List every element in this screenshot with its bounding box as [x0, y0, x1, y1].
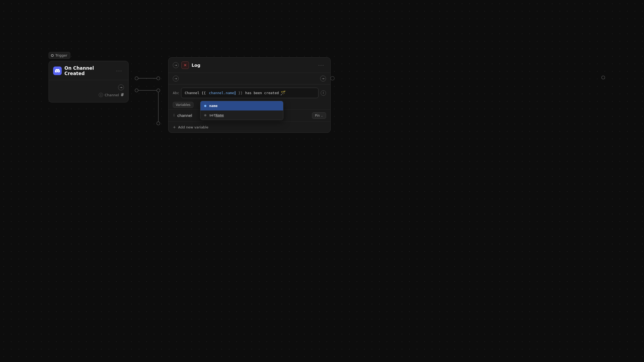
- log-input-arrow: →: [173, 76, 179, 82]
- trigger-node-header: On Channel Created ···: [49, 61, 128, 80]
- trigger-node-menu-button[interactable]: ···: [115, 68, 124, 74]
- trigger-channel-label: Channel: [105, 93, 119, 97]
- abc-label: Abc: [173, 91, 179, 95]
- pin-chevron-icon: ⌄: [321, 114, 323, 117]
- pin-selector[interactable]: Pin ⌄: [312, 112, 326, 119]
- variable-row-left: ⠿ channel: [173, 113, 192, 118]
- trigger-node-card: On Channel Created ··· → i Channel #: [49, 61, 129, 102]
- trigger-info-circle: i: [99, 93, 103, 97]
- log-node-header: → ✕ Log ···: [169, 58, 330, 73]
- trigger-node-output-row: →: [53, 83, 124, 91]
- trigger-badge-label: Trigger: [55, 53, 67, 57]
- trigger-node-title: On Channel Created: [64, 65, 115, 76]
- emoji-wand: 🪄: [280, 90, 286, 95]
- svg-point-4: [157, 89, 160, 92]
- log-input-row: Abc Channel {{ channel.name }} has been …: [173, 88, 326, 98]
- add-variable-row[interactable]: + Add new variable: [169, 121, 330, 132]
- autocomplete-label-name: name: [209, 104, 217, 108]
- autocomplete-label-setname: setName: [209, 113, 224, 117]
- trigger-node-body: → i Channel #: [49, 80, 128, 102]
- log-node-title: Log: [192, 63, 200, 68]
- trigger-node: Trigger On Channel Created ··· → i: [49, 52, 129, 102]
- svg-point-7: [331, 76, 334, 80]
- trigger-output-arrow: →: [118, 84, 124, 90]
- log-node-menu-button[interactable]: ···: [317, 62, 326, 69]
- add-variable-label: Add new variable: [178, 125, 208, 129]
- variables-badge: Variables: [173, 102, 193, 108]
- text-input-content: Channel {{ channel.name }} has been crea…: [185, 90, 315, 95]
- far-right-connector: [601, 76, 605, 79]
- trigger-node-header-left: On Channel Created: [53, 65, 115, 76]
- drag-handle[interactable]: ⠿: [173, 114, 175, 117]
- variable-name-label: channel: [177, 113, 192, 118]
- autocomplete-item-setname[interactable]: setName: [200, 110, 283, 120]
- input-text-space: [206, 91, 208, 95]
- autocomplete-item-name[interactable]: name: [200, 101, 283, 110]
- svg-point-1: [157, 77, 160, 80]
- log-sub-arrow-top: →: [173, 62, 179, 68]
- autocomplete-dot-setname: [204, 114, 206, 116]
- log-icon: ✕: [181, 61, 189, 69]
- pin-label: Pin: [315, 114, 320, 117]
- log-text-input[interactable]: Channel {{ channel.name }} has been crea…: [181, 88, 319, 98]
- svg-point-6: [157, 122, 160, 125]
- add-icon: +: [173, 125, 176, 129]
- input-text-space2: [236, 91, 238, 95]
- info-icon[interactable]: i: [321, 90, 326, 96]
- input-var-name: channel.name: [209, 91, 234, 95]
- input-text-before: Channel {{: [185, 91, 206, 95]
- svg-point-0: [135, 77, 138, 80]
- text-cursor: [235, 91, 235, 95]
- autocomplete-dropdown[interactable]: name setName: [200, 101, 283, 120]
- trigger-hash-icon: #: [120, 93, 124, 97]
- log-sub-header: → →: [169, 73, 330, 84]
- svg-point-3: [135, 89, 138, 92]
- trigger-badge-dot: [51, 54, 54, 57]
- input-text-template-close: }}: [238, 91, 243, 95]
- log-output-arrow: →: [320, 76, 326, 82]
- log-header-left: → ✕ Log: [173, 61, 200, 69]
- log-input-section: Abc Channel {{ channel.name }} has been …: [169, 84, 330, 99]
- autocomplete-dot-name: [204, 105, 206, 107]
- log-node: → ✕ Log ··· → → Abc Channel {{ channel.n…: [168, 57, 331, 133]
- trigger-channel-row: i Channel #: [53, 91, 124, 98]
- discord-icon: [53, 67, 62, 75]
- trigger-badge: Trigger: [49, 52, 70, 59]
- input-text-after: has been created: [243, 91, 279, 95]
